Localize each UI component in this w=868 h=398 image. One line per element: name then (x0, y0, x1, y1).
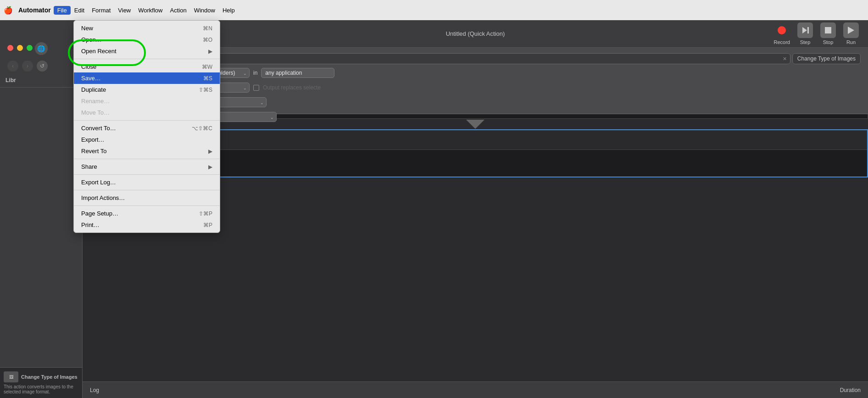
menu-new[interactable]: New ⌘N (74, 22, 220, 34)
run-label: Run (846, 39, 856, 45)
menu-revert-to-label: Revert To (81, 148, 106, 155)
duration-label: Duration (840, 387, 861, 393)
workflow-menu-item[interactable]: Workflow (134, 6, 166, 15)
svg-rect-1 (807, 27, 809, 33)
file-menu-item[interactable]: File (54, 6, 71, 15)
menu-divider-3 (74, 159, 220, 159)
menu-print-shortcut: ⌘P (203, 222, 212, 228)
svg-rect-2 (825, 27, 831, 33)
window-menu-item[interactable]: Window (190, 6, 219, 15)
bottom-drop-panel: 🖼 Change Type of Images This action conv… (0, 367, 82, 398)
menu-new-label: New (81, 25, 93, 32)
stop-label: Stop (823, 39, 834, 45)
menu-rename-label: Rename… (81, 98, 110, 105)
menu-rename: Rename… (74, 95, 220, 107)
apple-menu[interactable]: 🍎 (4, 6, 13, 15)
traffic-lights (7, 45, 33, 51)
help-menu-item[interactable]: Help (219, 6, 239, 15)
menu-convert-to-label: Convert To… (81, 125, 116, 132)
menu-share-arrow: ▶ (208, 164, 212, 170)
sidebar-navigation: ‹ › ↺ (0, 57, 82, 75)
in-label: in (253, 70, 257, 76)
menu-export-log-label: Export Log… (81, 179, 116, 186)
change-type-bottom-title: Change Type of Images (21, 374, 78, 380)
menu-divider-2 (74, 120, 220, 121)
globe-icon: 🌐 (35, 42, 48, 55)
menu-save-label: Save… (81, 75, 101, 82)
menu-divider-6 (74, 205, 220, 206)
menu-share-label: Share (81, 163, 97, 170)
menu-page-setup[interactable]: Page Setup… ⇧⌘P (74, 208, 220, 219)
menu-move-to: Move To… (74, 107, 220, 118)
app-select[interactable]: any application (261, 68, 334, 78)
record-label: Record (774, 39, 790, 45)
menubar: 🍎 Automator File Edit Format View Workfl… (0, 0, 868, 20)
step-icon (797, 22, 813, 38)
menu-revert-to[interactable]: Revert To ▶ (74, 145, 220, 157)
menu-move-to-label: Move To… (81, 109, 110, 116)
svg-marker-0 (802, 27, 807, 33)
menu-import-actions-label: Import Actions… (81, 194, 125, 201)
step-button[interactable]: Step (797, 22, 813, 45)
record-dot (778, 26, 786, 34)
output-replaces-label: Output replaces selecte (263, 84, 321, 91)
record-icon (774, 22, 790, 38)
file-menu-dropdown: New ⌘N Open… ⌘O Open Recent ▶ Close ⌘W S… (73, 20, 220, 233)
menu-new-shortcut: ⌘N (203, 25, 212, 32)
run-icon (843, 22, 859, 38)
menu-open-recent-arrow: ▶ (208, 48, 212, 55)
menu-open-label: Open… (81, 36, 102, 43)
refresh-button[interactable]: ↺ (37, 61, 48, 72)
menu-page-setup-label: Page Setup… (81, 210, 118, 217)
close-button[interactable] (7, 45, 13, 51)
forward-button[interactable]: › (22, 61, 33, 72)
edit-menu-item[interactable]: Edit (71, 6, 88, 15)
change-type-thumbnail-icon: 🖼 (4, 371, 18, 382)
menu-duplicate[interactable]: Duplicate ⇧⌘S (74, 84, 220, 95)
menu-close-shortcut: ⌘W (202, 64, 212, 70)
sidebar: 🌐 ‹ › ↺ Libr 🖼 Change Type of Images Thi… (0, 20, 83, 398)
svg-marker-3 (848, 27, 854, 34)
view-menu-item[interactable]: View (114, 6, 134, 15)
step-label: Step (800, 39, 811, 45)
change-type-tag[interactable]: Change Type of Images (792, 53, 861, 64)
menu-open-recent-label: Open Recent (81, 48, 117, 55)
menu-save[interactable]: Save… ⌘S (74, 72, 220, 84)
automator-menu[interactable]: Automator (18, 6, 51, 14)
menu-export-label: Export… (81, 136, 105, 143)
menu-print[interactable]: Print… ⌘P (74, 219, 220, 231)
menu-revert-to-arrow: ▶ (208, 148, 212, 155)
menu-open-shortcut: ⌘O (203, 37, 212, 43)
menu-convert-to-shortcut: ⌥⇧⌘C (192, 125, 212, 132)
stop-button[interactable]: Stop (820, 22, 836, 45)
log-bar: Log Duration (83, 381, 868, 398)
action-menu-item[interactable]: Action (166, 6, 190, 15)
menu-export[interactable]: Export… (74, 134, 220, 145)
menu-open[interactable]: Open… ⌘O (74, 34, 220, 45)
menu-close[interactable]: Close ⌘W (74, 61, 220, 72)
menu-share[interactable]: Share ▶ (74, 161, 220, 172)
maximize-button[interactable] (27, 45, 33, 51)
record-button[interactable]: Record (774, 22, 790, 45)
output-replaces-checkbox[interactable] (253, 85, 259, 91)
menu-open-recent[interactable]: Open Recent ▶ (74, 45, 220, 57)
window-title: Untitled (Quick Action) (446, 30, 505, 37)
menu-save-shortcut: ⌘S (203, 75, 212, 82)
menu-close-label: Close (81, 63, 96, 70)
format-menu-item[interactable]: Format (88, 6, 114, 15)
run-button[interactable]: Run (843, 22, 859, 45)
menu-export-log[interactable]: Export Log… (74, 177, 220, 188)
library-label: Libr (0, 75, 82, 85)
menu-import-actions[interactable]: Import Actions… (74, 192, 220, 204)
menu-duplicate-label: Duplicate (81, 86, 106, 93)
menu-convert-to[interactable]: Convert To… ⌥⇧⌘C (74, 122, 220, 134)
log-label: Log (90, 387, 99, 393)
search-clear-icon[interactable]: ✕ (783, 56, 787, 62)
menu-divider-1 (74, 59, 220, 59)
menu-print-label: Print… (81, 221, 100, 228)
menu-divider-5 (74, 190, 220, 190)
menu-divider-4 (74, 174, 220, 175)
change-type-description: This action converts images to the selec… (4, 384, 78, 394)
minimize-button[interactable] (17, 45, 23, 51)
back-button[interactable]: ‹ (7, 61, 18, 72)
